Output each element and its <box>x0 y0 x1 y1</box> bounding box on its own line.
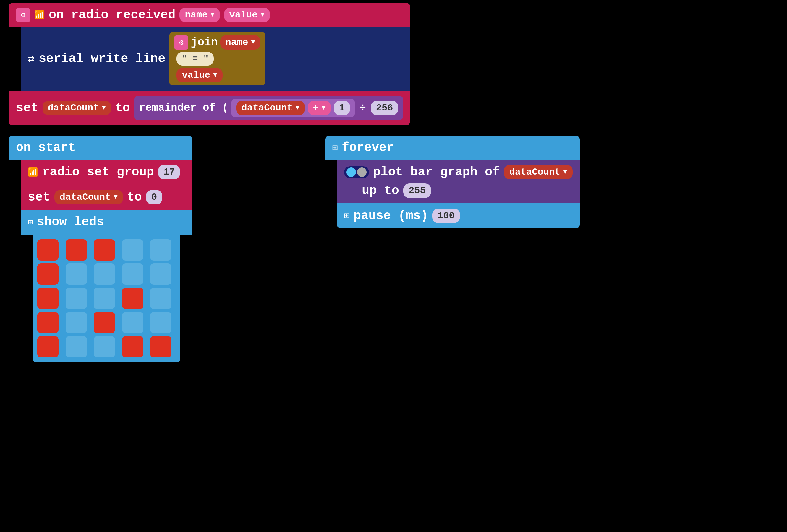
led-grid <box>33 235 180 362</box>
datacount-dropdown[interactable]: dataCount ▼ <box>43 101 111 115</box>
join-equals-param: " = " <box>176 52 214 66</box>
datacount-forever-dropdown[interactable]: dataCount ▼ <box>504 165 572 179</box>
join-label: join <box>191 36 218 49</box>
pause-label: pause (ms) <box>354 209 428 223</box>
led-2-2[interactable] <box>94 288 115 309</box>
name-dropdown-arrow: ▼ <box>211 11 214 19</box>
on-start-label: on start <box>16 140 76 155</box>
grid-icon-show: ⊞ <box>28 217 33 227</box>
to-label: to <box>115 101 130 115</box>
led-3-1[interactable] <box>66 312 87 333</box>
remainder-block: remainder of ( dataCount ▼ + ▼ 1 ÷ 256 <box>134 96 403 120</box>
join-name-param[interactable]: name ▼ <box>220 35 260 50</box>
on-radio-received-block: ⚙ 📶 on radio received name ▼ value ▼ <box>9 3 410 27</box>
one-value[interactable]: 1 <box>334 101 350 115</box>
set2-label: set <box>28 190 50 204</box>
value-dropdown-arrow: ▼ <box>261 11 264 19</box>
toggle-icon[interactable] <box>344 166 369 178</box>
led-0-1[interactable] <box>66 239 87 261</box>
serial-write-line-block: ⇄ serial write line ⚙ join name ▼ " = " … <box>21 27 410 91</box>
serial-write-line-label: serial write line <box>39 52 165 66</box>
led-0-3[interactable] <box>122 239 143 261</box>
led-4-2[interactable] <box>94 336 115 357</box>
set-label: set <box>16 101 38 115</box>
led-2-0[interactable] <box>37 288 59 309</box>
datacount-start-dropdown[interactable]: dataCount ▼ <box>55 190 123 204</box>
math-op-block: dataCount ▼ + ▼ 1 <box>232 99 355 117</box>
set-datacount-zero-block: set dataCount ▼ to 0 <box>21 185 192 210</box>
radio-set-group-label: radio set group <box>42 165 154 179</box>
led-0-4[interactable] <box>150 239 171 261</box>
led-1-2[interactable] <box>94 264 115 285</box>
show-leds-label: show leds <box>37 215 104 229</box>
pause-value[interactable]: 100 <box>432 208 460 223</box>
plot-bar-graph-label: plot bar graph of <box>373 165 499 179</box>
forever-label: forever <box>342 140 394 155</box>
on-radio-received-label: on radio received <box>49 8 175 22</box>
pause-grid-icon: ⊞ <box>344 210 349 221</box>
remainder-label: remainder of ( <box>139 102 228 114</box>
signal-icon: 📶 <box>34 10 45 20</box>
pause-block: ⊞ pause (ms) 100 <box>337 203 580 228</box>
set-datacount-block: set dataCount ▼ to remainder of ( dataCo… <box>9 91 410 125</box>
forever-grid-icon: ⊞ <box>332 142 338 153</box>
led-4-4[interactable] <box>150 336 171 357</box>
led-1-0[interactable] <box>37 264 59 285</box>
up-to-value[interactable]: 255 <box>403 183 431 198</box>
led-2-4[interactable] <box>150 288 171 309</box>
join-gear-icon: ⚙ <box>174 36 188 50</box>
led-2-1[interactable] <box>66 288 87 309</box>
serial-icon: ⇄ <box>28 52 35 66</box>
led-0-2[interactable] <box>94 239 115 261</box>
group-value[interactable]: 17 <box>158 165 180 179</box>
led-3-3[interactable] <box>122 312 143 333</box>
div-value[interactable]: 256 <box>371 101 399 115</box>
show-leds-block: ⊞ show leds <box>21 210 192 235</box>
up-to-label: up to <box>362 184 399 198</box>
led-3-4[interactable] <box>150 312 171 333</box>
led-1-1[interactable] <box>66 264 87 285</box>
led-1-3[interactable] <box>122 264 143 285</box>
gear-icon: ⚙ <box>16 8 30 22</box>
join-block: ⚙ join name ▼ " = " value ▼ <box>169 32 265 85</box>
led-0-0[interactable] <box>37 239 59 261</box>
led-1-4[interactable] <box>150 264 171 285</box>
led-3-0[interactable] <box>37 312 59 333</box>
led-4-1[interactable] <box>66 336 87 357</box>
radio-signal-icon: 📶 <box>28 167 38 177</box>
zero-value[interactable]: 0 <box>146 190 162 204</box>
name-param[interactable]: name ▼ <box>179 8 220 22</box>
led-4-0[interactable] <box>37 336 59 357</box>
radio-set-group-block: 📶 radio set group 17 <box>21 159 192 185</box>
join-value-param[interactable]: value ▼ <box>176 68 222 83</box>
plus-dropdown[interactable]: + ▼ <box>308 101 331 115</box>
divide-label: ÷ <box>360 102 366 114</box>
to2-label: to <box>127 190 142 204</box>
on-start-block: on start <box>9 136 192 159</box>
led-4-3[interactable] <box>122 336 143 357</box>
value-param[interactable]: value ▼ <box>224 8 270 22</box>
datacount2-dropdown[interactable]: dataCount ▼ <box>236 101 305 115</box>
led-2-3[interactable] <box>122 288 143 309</box>
led-3-2[interactable] <box>94 312 115 333</box>
plot-bar-graph-block: plot bar graph of dataCount ▼ up to 255 <box>337 159 580 203</box>
forever-block: ⊞ forever <box>325 136 580 159</box>
